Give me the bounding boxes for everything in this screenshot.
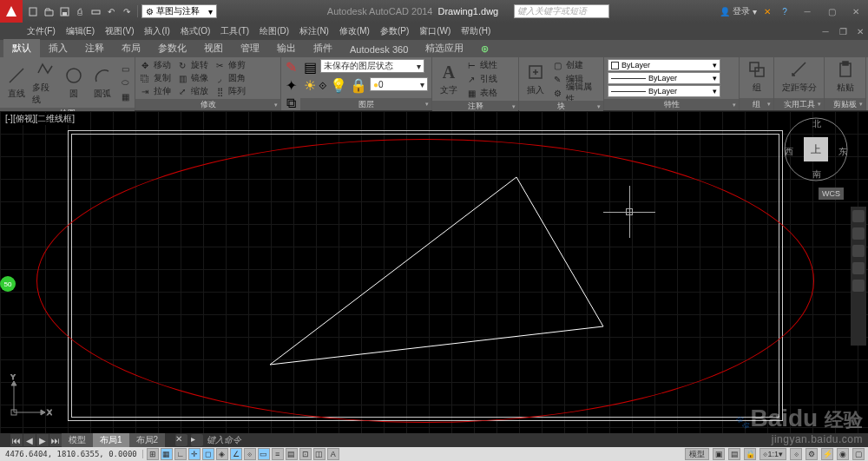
layer-lock-icon[interactable]: 🔒 bbox=[350, 77, 367, 94]
ellipse-tool[interactable]: ⬭ bbox=[119, 76, 131, 89]
panel-clipboard-label[interactable]: 剪贴板 bbox=[825, 98, 865, 110]
snap-toggle[interactable]: ⊞ bbox=[147, 448, 159, 460]
viewcube-east[interactable]: 东 bbox=[838, 146, 847, 158]
dim-linear-tool[interactable]: ⊢线性 bbox=[465, 59, 497, 71]
stretch-tool[interactable]: ⇥拉伸 bbox=[139, 85, 171, 97]
lwt-toggle[interactable]: ≡ bbox=[272, 448, 284, 460]
saveas-icon[interactable]: ⎙ bbox=[73, 4, 87, 18]
otrack-toggle[interactable]: ∠ bbox=[230, 448, 242, 460]
menu-edit[interactable]: 编辑(E) bbox=[62, 23, 99, 39]
tab-view[interactable]: 视图 bbox=[195, 39, 232, 57]
tab-home[interactable]: 默认 bbox=[3, 39, 40, 57]
workspace-combo[interactable]: ⚙草图与注释▾ bbox=[141, 4, 217, 18]
ducs-toggle[interactable]: ⟐ bbox=[244, 448, 256, 460]
text-tool[interactable]: A 文字 bbox=[436, 62, 462, 96]
open-icon[interactable] bbox=[42, 4, 56, 18]
mirror-tool[interactable]: ▥镜像 bbox=[176, 72, 208, 84]
polyline-tool[interactable]: 多段线 bbox=[32, 59, 57, 106]
menu-draw[interactable]: 绘图(D) bbox=[255, 23, 293, 39]
isolate-icon[interactable]: ◉ bbox=[837, 448, 849, 460]
nav-showmotion-icon[interactable] bbox=[852, 280, 865, 292]
copy-tool[interactable]: ⿻复制 bbox=[139, 72, 171, 84]
explode-icon[interactable]: ✦ bbox=[286, 77, 297, 94]
maximize-button[interactable]: ▢ bbox=[819, 3, 844, 20]
menu-tools[interactable]: 工具(T) bbox=[216, 23, 253, 39]
annoscale-lock-icon[interactable]: 🔒 bbox=[744, 448, 756, 460]
modelspace-button[interactable]: 模型 bbox=[685, 448, 709, 460]
menu-modify[interactable]: 修改(M) bbox=[335, 23, 374, 39]
drawing-area[interactable]: [-][俯视][二维线框] X Y 上 北 南 西 东 WCS 50 bbox=[0, 111, 868, 433]
wcs-badge[interactable]: WCS bbox=[819, 188, 844, 200]
linetype-combo[interactable]: ByLayer▾ bbox=[608, 85, 720, 97]
rotate-tool[interactable]: ↻旋转 bbox=[176, 59, 208, 71]
menu-view[interactable]: 视图(V) bbox=[101, 23, 138, 39]
dyn-toggle[interactable]: ▭ bbox=[258, 448, 270, 460]
ortho-toggle[interactable]: ∟ bbox=[174, 448, 187, 460]
menu-insert[interactable]: 插入(I) bbox=[140, 23, 174, 39]
doc-close-button[interactable]: ✕ bbox=[852, 25, 868, 37]
color-combo[interactable]: ByLayer▾ bbox=[608, 59, 720, 71]
doc-minimize-button[interactable]: ─ bbox=[818, 25, 833, 37]
panel-utilities-label[interactable]: 实用工具 bbox=[774, 98, 824, 110]
menu-param[interactable]: 参数(P) bbox=[376, 23, 413, 39]
line-tool[interactable]: 直线 bbox=[3, 65, 29, 100]
tab-manage[interactable]: 管理 bbox=[232, 39, 268, 57]
save-icon[interactable] bbox=[57, 4, 71, 18]
menu-window[interactable]: 窗口(W) bbox=[415, 23, 455, 39]
menu-help[interactable]: 帮助(H) bbox=[457, 23, 495, 39]
help-icon[interactable]: ? bbox=[778, 4, 792, 18]
ws-switch-icon[interactable]: ⚙ bbox=[806, 448, 818, 460]
tab-annotate[interactable]: 注释 bbox=[76, 39, 113, 57]
menu-format[interactable]: 格式(O) bbox=[176, 23, 214, 39]
scale-tool[interactable]: ⤢缩放 bbox=[176, 85, 208, 97]
annovis-toggle[interactable]: ⟐ bbox=[790, 448, 802, 460]
tab-a360[interactable]: Autodesk 360 bbox=[341, 42, 417, 57]
viewport-label[interactable]: [-][俯视][二维线框] bbox=[3, 113, 76, 125]
panel-modify-label[interactable]: 修改 bbox=[135, 99, 280, 110]
tab-layout2[interactable]: 布局2 bbox=[129, 433, 166, 447]
layer-bulb-icon[interactable]: 💡 bbox=[330, 77, 347, 94]
erase-icon[interactable]: ✎ bbox=[286, 59, 297, 76]
tab-layout1[interactable]: 布局1 bbox=[93, 433, 129, 447]
exchange-icon[interactable]: ✕ bbox=[760, 4, 774, 18]
coordinates-display[interactable]: 4476.6404, 1810.6355, 0.0000 bbox=[0, 450, 143, 458]
array-tool[interactable]: ⣿阵列 bbox=[214, 85, 246, 97]
osnap-toggle[interactable]: ◻ bbox=[202, 448, 214, 460]
tab-layout[interactable]: 布局 bbox=[113, 39, 149, 57]
tab-prev-icon[interactable]: ◀ bbox=[23, 434, 36, 446]
command-input[interactable]: 键入命令 bbox=[207, 434, 241, 446]
minimize-button[interactable]: ─ bbox=[795, 3, 819, 20]
layer-match-icon[interactable]: ⟐ bbox=[319, 77, 327, 94]
tab-insert[interactable]: 插入 bbox=[40, 39, 76, 57]
layer-sun-icon[interactable]: ☀ bbox=[304, 77, 316, 94]
quickview-drawings-icon[interactable]: ▤ bbox=[728, 448, 740, 460]
sc-toggle[interactable]: ◫ bbox=[313, 448, 326, 460]
table-tool[interactable]: ▦表格 bbox=[465, 87, 497, 99]
arc-tool[interactable]: 圆弧 bbox=[90, 65, 115, 100]
menu-dim[interactable]: 标注(N) bbox=[295, 23, 333, 39]
redo-icon[interactable]: ↷ bbox=[120, 4, 134, 18]
grid-toggle[interactable]: ▦ bbox=[161, 448, 173, 460]
tab-next-icon[interactable]: ▶ bbox=[36, 434, 49, 446]
menu-file[interactable]: 文件(F) bbox=[23, 23, 60, 39]
group-tool[interactable]: 组 bbox=[745, 59, 769, 94]
polar-toggle[interactable]: ✛ bbox=[188, 448, 201, 460]
tab-search-icon[interactable]: ⊛ bbox=[472, 41, 497, 57]
panel-group-label[interactable]: 组 bbox=[740, 98, 773, 110]
layerstate-combo[interactable]: 未保存的图层状态▾ bbox=[320, 59, 424, 73]
qp-toggle[interactable]: ⊡ bbox=[299, 448, 312, 460]
paste-tool[interactable]: 粘贴 bbox=[831, 59, 860, 94]
am-toggle[interactable]: A bbox=[327, 448, 339, 460]
layerprops-icon[interactable]: ▤ bbox=[304, 59, 317, 76]
fillet-tool[interactable]: ◞圆角 bbox=[214, 72, 246, 84]
block-attr-tool[interactable]: ⚙编辑属性 bbox=[551, 87, 600, 99]
nav-wheel-icon[interactable] bbox=[852, 210, 865, 222]
tab-parametric[interactable]: 参数化 bbox=[149, 39, 195, 57]
nav-zoom-icon[interactable] bbox=[852, 245, 865, 257]
nav-pan-icon[interactable] bbox=[852, 227, 865, 240]
close-button[interactable]: ✕ bbox=[844, 3, 868, 20]
viewcube-west[interactable]: 西 bbox=[785, 146, 793, 158]
rectangle-tool[interactable]: ▭ bbox=[119, 63, 131, 75]
block-create-tool[interactable]: ▢创建 bbox=[551, 59, 600, 71]
cleanscreen-icon[interactable]: ▢ bbox=[852, 448, 865, 460]
